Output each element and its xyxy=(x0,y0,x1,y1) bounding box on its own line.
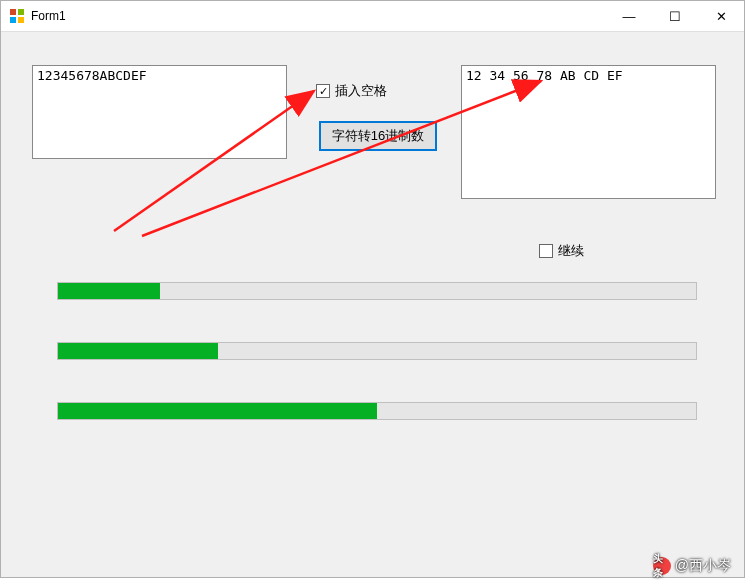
close-button[interactable]: ✕ xyxy=(698,1,744,31)
svg-rect-1 xyxy=(18,9,24,15)
continue-label: 继续 xyxy=(558,242,584,260)
svg-rect-0 xyxy=(10,9,16,15)
insert-space-label: 插入空格 xyxy=(335,82,387,100)
app-icon xyxy=(9,8,25,24)
progress-bar-3 xyxy=(57,402,697,420)
svg-rect-2 xyxy=(10,17,16,23)
client-area: 12345678ABCDEF 12 34 56 78 AB CD EF ✓ 插入… xyxy=(1,32,744,577)
progress-bar-2 xyxy=(57,342,697,360)
form-window: Form1 — ☐ ✕ 12345678ABCDEF 12 34 56 78 A… xyxy=(0,0,745,578)
window-title: Form1 xyxy=(31,9,606,23)
convert-button-label: 字符转16进制数 xyxy=(332,127,424,145)
checkbox-icon xyxy=(539,244,553,258)
input-text: 12345678ABCDEF xyxy=(37,68,147,83)
window-controls: — ☐ ✕ xyxy=(606,1,744,31)
progress-bar-1 xyxy=(57,282,697,300)
output-text: 12 34 56 78 AB CD EF xyxy=(466,68,623,83)
maximize-button[interactable]: ☐ xyxy=(652,1,698,31)
checkbox-icon: ✓ xyxy=(316,84,330,98)
input-textbox[interactable]: 12345678ABCDEF xyxy=(32,65,287,159)
progress-fill-2 xyxy=(58,343,218,359)
progress-fill-1 xyxy=(58,283,160,299)
progress-fill-3 xyxy=(58,403,377,419)
titlebar[interactable]: Form1 — ☐ ✕ xyxy=(1,1,744,32)
convert-button[interactable]: 字符转16进制数 xyxy=(319,121,437,151)
minimize-button[interactable]: — xyxy=(606,1,652,31)
output-textbox[interactable]: 12 34 56 78 AB CD EF xyxy=(461,65,716,199)
svg-rect-3 xyxy=(18,17,24,23)
continue-checkbox[interactable]: 继续 xyxy=(539,242,584,260)
insert-space-checkbox[interactable]: ✓ 插入空格 xyxy=(316,82,387,100)
